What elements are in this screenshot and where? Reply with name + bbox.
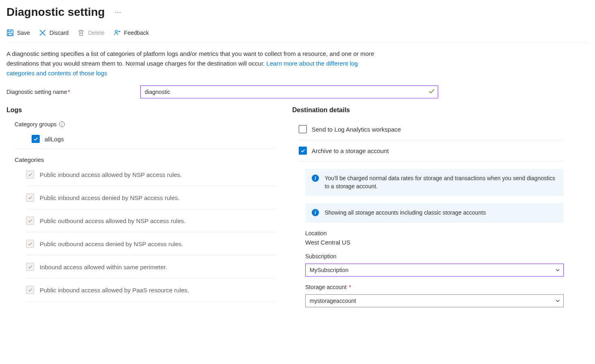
page-header: Diagnostic setting ⋯ (6, 0, 589, 22)
subscription-field: Subscription MySubscription (305, 246, 564, 277)
diagnostic-name-input[interactable] (140, 85, 438, 98)
storage-charge-banner: i You'll be charged normal data rates fo… (305, 169, 564, 196)
category-label: Public outbound access denied by NSP acc… (40, 241, 183, 247)
category-row: Public inbound access denied by NSP acce… (26, 186, 276, 209)
location-field: Location West Central US (305, 223, 564, 246)
name-input-wrap (140, 85, 438, 98)
name-label-text: Diagnostic setting name (6, 89, 67, 95)
storage-account-field: Storage account * mystorageaccount (305, 277, 564, 307)
close-icon (39, 29, 46, 36)
svg-rect-1 (9, 33, 12, 36)
info-icon[interactable]: i (59, 121, 65, 127)
storage-account-label: Storage account * (305, 284, 564, 293)
logs-section: Logs Category groups i allLogs Categorie… (6, 106, 276, 307)
storage-account-value: mystorageaccount (310, 298, 356, 304)
destination-heading: Destination details (292, 106, 564, 119)
category-row: Public inbound access allowed by NSP acc… (26, 163, 276, 186)
category-label: Inbound access allowed within same perim… (40, 264, 167, 270)
delete-label: Delete (88, 30, 104, 36)
log-analytics-checkbox[interactable] (299, 125, 307, 133)
subscription-dropdown[interactable]: MySubscription (305, 264, 564, 277)
feedback-label: Feedback (124, 30, 149, 36)
category-checkbox (26, 194, 34, 202)
category-row: Public outbound access allowed by NSP ac… (26, 209, 276, 232)
storage-label-text: Storage account (305, 284, 347, 290)
category-checkbox (26, 263, 34, 271)
feedback-button[interactable]: Feedback (113, 29, 149, 36)
toolbar: Save Discard Delete Feedback (6, 22, 589, 43)
chevron-down-icon (555, 268, 560, 272)
info-icon: i (312, 175, 319, 182)
more-icon[interactable]: ⋯ (115, 9, 121, 16)
category-row: Public inbound access allowed by PaaS re… (26, 279, 276, 302)
archive-storage-row: Archive to a storage account (299, 140, 564, 162)
delete-button: Delete (77, 29, 104, 36)
category-label: Public inbound access allowed by PaaS re… (40, 287, 189, 294)
banner-text: Showing all storage accounts including c… (325, 209, 486, 217)
chevron-down-icon (555, 298, 560, 303)
name-field-row: Diagnostic setting name* (6, 81, 589, 106)
feedback-icon (113, 29, 121, 36)
category-label: Public inbound access denied by NSP acce… (40, 194, 180, 201)
subscription-label: Subscription (305, 253, 564, 262)
all-logs-label: allLogs (45, 136, 64, 143)
category-checkbox (26, 286, 34, 294)
all-logs-checkbox[interactable] (32, 135, 40, 143)
required-asterisk: * (347, 284, 351, 290)
archive-storage-label: Archive to a storage account (312, 147, 389, 154)
save-button[interactable]: Save (6, 29, 30, 36)
required-asterisk: * (68, 89, 70, 95)
discard-label: Discard (49, 30, 68, 36)
storage-accounts-banner: i Showing all storage accounts including… (305, 203, 564, 223)
description: A diagnostic setting specifies a list of… (6, 43, 387, 81)
trash-icon (77, 29, 85, 36)
send-log-analytics-row: Send to Log Analytics workspace (299, 119, 564, 140)
location-value: West Central US (305, 239, 564, 246)
logs-heading: Logs (6, 106, 276, 119)
page-title: Diagnostic setting (6, 6, 105, 19)
save-label: Save (17, 30, 30, 36)
info-icon: i (312, 209, 319, 216)
category-label: Public inbound access allowed by NSP acc… (40, 171, 182, 178)
category-label: Public outbound access allowed by NSP ac… (40, 217, 186, 224)
category-groups-label: Category groups (15, 121, 57, 128)
banner-text: You'll be charged normal data rates for … (325, 175, 557, 190)
all-logs-row: allLogs (15, 132, 276, 146)
log-analytics-label: Send to Log Analytics workspace (312, 126, 401, 133)
svg-point-2 (115, 30, 118, 33)
save-icon (6, 29, 14, 36)
location-label: Location (305, 230, 564, 239)
category-checkbox (26, 170, 34, 179)
category-groups-heading: Category groups i (15, 119, 276, 132)
category-checkbox (26, 240, 34, 248)
name-field-label: Diagnostic setting name* (6, 89, 140, 95)
destination-section: Destination details Send to Log Analytic… (292, 106, 564, 307)
storage-account-dropdown[interactable]: mystorageaccount (305, 294, 564, 307)
category-row: Inbound access allowed within same perim… (26, 255, 276, 279)
archive-storage-checkbox[interactable] (299, 147, 307, 155)
category-checkbox (26, 217, 34, 225)
category-row: Public outbound access denied by NSP acc… (26, 232, 276, 255)
discard-button[interactable]: Discard (39, 29, 68, 36)
subscription-value: MySubscription (310, 267, 349, 273)
categories-heading: Categories (6, 149, 276, 163)
validation-check-icon (428, 88, 435, 96)
